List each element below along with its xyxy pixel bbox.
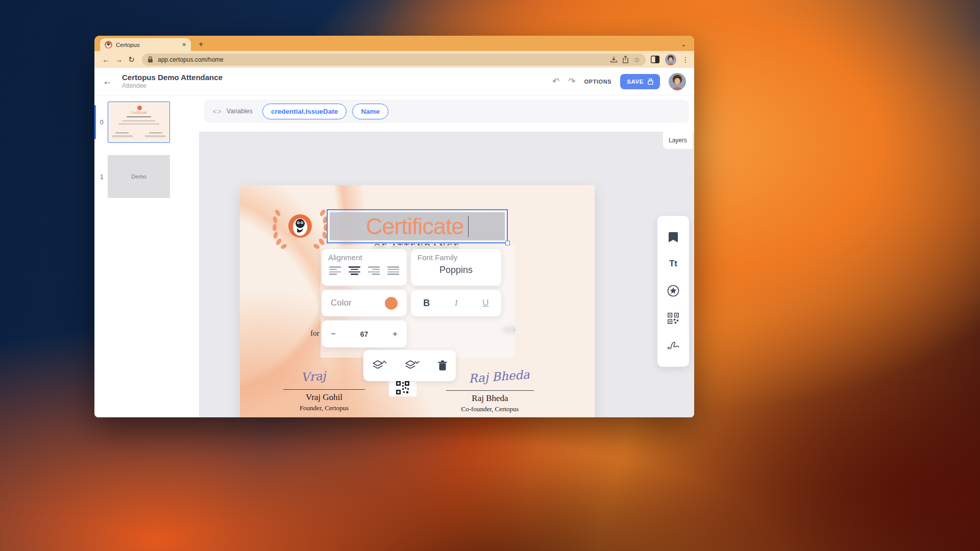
tab-search-chevron-icon[interactable]: ⌄ — [681, 42, 687, 47]
font-family-label: Font Family — [418, 253, 495, 262]
align-right-button[interactable] — [368, 266, 380, 275]
mini-signature-text — [145, 135, 165, 137]
options-button[interactable]: OPTIONS — [584, 79, 611, 85]
signatory-left-name: Vraj Gohil — [283, 392, 365, 403]
redo-button[interactable]: ↷ — [568, 76, 575, 87]
signature-script-right[interactable]: Raj Bheda — [468, 368, 530, 385]
save-lock-icon — [648, 78, 653, 85]
page-number-1: 1 — [100, 173, 104, 181]
font-size-value[interactable]: 67 — [360, 330, 369, 338]
layers-label: Layers — [669, 137, 687, 144]
pages-sidebar: 0 Certificate 1 Demo — [94, 95, 199, 417]
bring-forward-icon[interactable] — [372, 360, 387, 372]
lock-icon — [148, 56, 153, 63]
bold-button[interactable]: B — [423, 298, 430, 309]
mini-logo — [137, 106, 142, 110]
mini-signature-line — [115, 133, 129, 133]
signature-tool-icon[interactable] — [667, 340, 680, 351]
browser-tab-certopus[interactable]: Certopus ✕ — [100, 38, 191, 51]
browser-toolbar: ← → ↻ app.certopus.com/home ☆ — [94, 51, 694, 68]
underline-button[interactable]: U — [482, 298, 488, 308]
browser-profile-avatar[interactable] — [665, 54, 676, 65]
active-page-indicator — [94, 105, 96, 139]
mini-line — [122, 120, 155, 121]
new-tab-button[interactable]: + — [199, 40, 203, 48]
save-label: SAVE — [627, 79, 644, 85]
star-tool-icon[interactable] — [667, 285, 679, 297]
undo-button[interactable]: ↶ — [552, 76, 559, 87]
header-actions: ↶ ↷ OPTIONS SAVE — [552, 73, 686, 90]
color-swatch[interactable] — [385, 297, 398, 310]
back-button[interactable]: ← — [100, 55, 112, 64]
design-canvas[interactable]: Layers — [199, 132, 694, 417]
browser-menu-icon[interactable]: ⋮ — [682, 56, 689, 64]
signatory-right-name: Raj Bheda — [446, 393, 534, 404]
reload-button[interactable]: ↻ — [125, 55, 138, 64]
align-center-button[interactable] — [349, 266, 360, 275]
tab-title: Certopus — [116, 42, 179, 48]
layer-actions-card — [363, 350, 456, 381]
share-icon[interactable] — [622, 56, 629, 63]
alignment-label: Alignment — [328, 253, 400, 262]
mini-certificate-title: Certificate — [108, 111, 169, 114]
font-size-increase-button[interactable]: + — [393, 329, 398, 339]
text-cursor — [468, 216, 469, 237]
qr-code-icon — [396, 381, 409, 394]
mini-line — [118, 123, 159, 124]
certificate-title-text[interactable]: Certificate — [366, 213, 464, 240]
app-body: 0 Certificate 1 Demo < > Variables — [94, 95, 694, 417]
image-tool-icon[interactable] — [668, 232, 678, 243]
font-family-card[interactable]: Font Family Poppins — [411, 249, 501, 286]
side-panel-icon[interactable] — [651, 56, 659, 63]
italic-button[interactable]: I — [455, 298, 458, 308]
save-button[interactable]: SAVE — [620, 74, 660, 89]
code-icon: < > — [213, 108, 221, 115]
url-text: app.certopus.com/home — [158, 56, 605, 63]
font-family-value[interactable]: Poppins — [418, 265, 495, 276]
signatory-left[interactable]: Vraj Gohil Founder, Certopus — [283, 392, 365, 412]
page-subtitle: Attendee — [122, 82, 223, 90]
bookmark-star-icon[interactable]: ☆ — [633, 56, 640, 64]
align-justify-button[interactable] — [387, 266, 399, 275]
signature-line-left — [283, 389, 365, 390]
alignment-card: Alignment — [322, 249, 407, 286]
page-thumbnail-1-label: Demo — [131, 173, 146, 180]
page-title: Certopus Demo Attendance — [122, 73, 223, 83]
laurel-wreath-logo[interactable] — [271, 206, 330, 251]
text-tool-icon[interactable]: Tt — [669, 259, 677, 269]
color-card[interactable]: Color — [322, 290, 407, 316]
align-left-button[interactable] — [329, 266, 341, 275]
page-thumbnail-0[interactable]: Certificate — [108, 102, 170, 143]
selected-text-layer[interactable]: Certificate — [327, 209, 508, 243]
address-bar[interactable]: app.certopus.com/home ☆ — [142, 54, 646, 66]
title-block: Certopus Demo Attendance Attendee — [122, 73, 223, 90]
text-edit-field[interactable]: Certificate — [330, 212, 505, 240]
signatory-right-role: Co-founder, Certopus — [446, 405, 534, 413]
font-size-card: − 67 + — [322, 320, 407, 347]
forward-button[interactable]: → — [112, 55, 125, 64]
page-thumbnail-1[interactable]: Demo — [108, 155, 170, 198]
certopus-favicon — [105, 41, 112, 48]
mini-signature-line — [149, 133, 162, 133]
signature-line-right — [446, 390, 534, 391]
tab-close-icon[interactable]: ✕ — [182, 42, 186, 47]
install-icon[interactable] — [610, 56, 618, 63]
qr-tool-icon[interactable] — [668, 313, 679, 324]
certificate-body-fragment-left[interactable]: for — [310, 329, 320, 338]
variable-pill-name[interactable]: Name — [352, 104, 388, 119]
color-label: Color — [331, 298, 352, 308]
variable-pill-issuedate[interactable]: credential.IssueDate — [262, 104, 347, 119]
signature-script-left[interactable]: Vraj — [301, 369, 326, 384]
delete-layer-icon[interactable] — [438, 360, 447, 371]
mini-signature-text — [112, 135, 133, 137]
mini-subtitle-line — [127, 116, 151, 117]
variables-label: Variables — [227, 108, 253, 115]
send-backward-icon[interactable] — [405, 360, 420, 372]
signatory-right[interactable]: Raj Bheda Co-founder, Certopus — [446, 393, 534, 413]
layers-button[interactable]: Layers — [663, 132, 693, 149]
user-avatar[interactable] — [669, 73, 686, 90]
app-back-button[interactable]: ← — [103, 76, 112, 87]
editor-main: < > Variables credential.IssueDate Name … — [199, 95, 694, 417]
font-size-decrease-button[interactable]: − — [331, 329, 336, 339]
page-number-0: 0 — [100, 119, 104, 126]
